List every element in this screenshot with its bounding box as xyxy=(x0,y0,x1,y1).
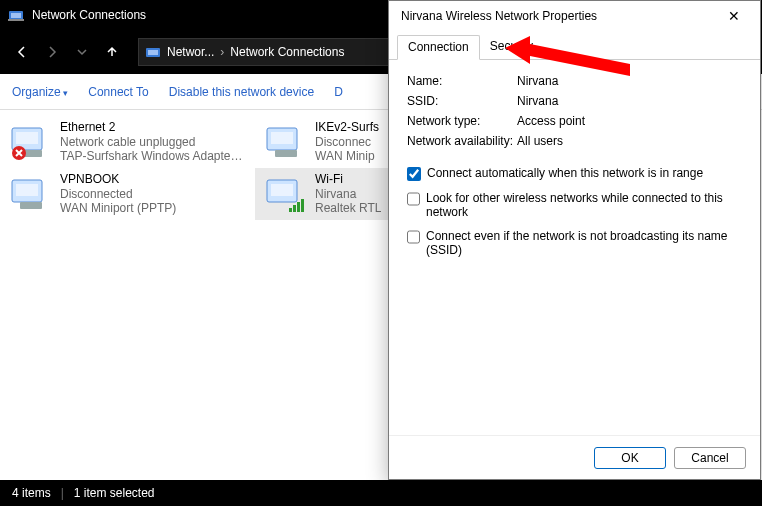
adapter-icon xyxy=(10,172,52,214)
option-auto-connect[interactable]: Connect automatically when this network … xyxy=(407,166,742,181)
svg-rect-1 xyxy=(11,13,21,18)
connection-device: TAP-Surfshark Windows Adapter V9 xyxy=(60,149,245,164)
svg-rect-20 xyxy=(301,199,304,212)
connection-status: Network cable unplugged xyxy=(60,135,245,150)
tab-connection[interactable]: Connection xyxy=(397,35,480,60)
disable-device-button[interactable]: Disable this network device xyxy=(169,85,314,99)
svg-rect-2 xyxy=(8,19,24,21)
ok-button[interactable]: OK xyxy=(594,447,666,469)
dialog-titlebar: Nirvana Wireless Network Properties ✕ xyxy=(389,1,760,31)
connection-device: WAN Minip xyxy=(315,149,379,164)
dialog-buttons: OK Cancel xyxy=(389,435,760,479)
svg-rect-16 xyxy=(271,184,293,196)
wifi-properties-dialog: Nirvana Wireless Network Properties ✕ Co… xyxy=(388,0,761,480)
nav-recent-button[interactable] xyxy=(68,38,96,66)
connection-name: Ethernet 2 xyxy=(60,120,245,135)
checkbox-look-for-networks[interactable] xyxy=(407,192,420,206)
svg-rect-4 xyxy=(148,50,158,55)
dialog-title: Nirvana Wireless Network Properties xyxy=(401,9,718,23)
breadcrumb-root[interactable]: Networ... xyxy=(167,45,214,59)
organize-menu[interactable]: Organize xyxy=(12,85,68,99)
connection-device: Realtek RTL xyxy=(315,201,381,216)
svg-rect-17 xyxy=(289,208,292,212)
connection-status: Disconnec xyxy=(315,135,379,150)
cancel-button[interactable]: Cancel xyxy=(674,447,746,469)
value-availability: All users xyxy=(517,134,563,148)
connection-status: Disconnected xyxy=(60,187,176,202)
connection-item[interactable]: Ethernet 2Network cable unpluggedTAP-Sur… xyxy=(0,116,255,168)
statusbar: 4 items | 1 item selected xyxy=(0,480,762,506)
connect-to-button[interactable]: Connect To xyxy=(88,85,149,99)
connection-name: Wi-Fi xyxy=(315,172,381,187)
diagnose-button[interactable]: D xyxy=(334,85,343,99)
adapter-icon xyxy=(265,120,307,162)
label-name: Name: xyxy=(407,74,517,88)
svg-rect-14 xyxy=(20,202,42,209)
option-look-for-networks[interactable]: Look for other wireless networks while c… xyxy=(407,191,742,219)
svg-rect-6 xyxy=(16,132,38,144)
status-items: 4 items xyxy=(12,486,51,500)
nav-up-button[interactable] xyxy=(98,38,126,66)
nav-forward-button[interactable] xyxy=(38,38,66,66)
label-ssid: SSID: xyxy=(407,94,517,108)
close-button[interactable]: ✕ xyxy=(718,2,750,30)
breadcrumb-icon xyxy=(145,44,161,60)
nav-back-button[interactable] xyxy=(8,38,36,66)
svg-rect-11 xyxy=(275,150,297,157)
option-connect-hidden[interactable]: Connect even if the network is not broad… xyxy=(407,229,742,257)
connection-name: IKEv2-Surfs xyxy=(315,120,379,135)
window-title: Network Connections xyxy=(32,8,146,22)
status-selected: 1 item selected xyxy=(74,486,155,500)
value-name: Nirvana xyxy=(517,74,558,88)
chevron-right-icon: › xyxy=(220,45,224,59)
svg-rect-18 xyxy=(293,205,296,212)
breadcrumb-current[interactable]: Network Connections xyxy=(230,45,344,59)
label-network-type: Network type: xyxy=(407,114,517,128)
value-network-type: Access point xyxy=(517,114,585,128)
svg-rect-19 xyxy=(297,202,300,212)
connection-device: WAN Miniport (PPTP) xyxy=(60,201,176,216)
connection-item[interactable]: VPNBOOKDisconnectedWAN Miniport (PPTP) xyxy=(0,168,255,220)
svg-rect-13 xyxy=(16,184,38,196)
connection-status: Nirvana xyxy=(315,187,381,202)
value-ssid: Nirvana xyxy=(517,94,558,108)
label-availability: Network availability: xyxy=(407,134,517,148)
adapter-icon xyxy=(10,120,52,162)
svg-rect-10 xyxy=(271,132,293,144)
checkbox-connect-hidden[interactable] xyxy=(407,230,420,244)
network-connections-icon xyxy=(8,7,24,23)
tab-security[interactable]: Security xyxy=(480,35,543,59)
checkbox-auto-connect[interactable] xyxy=(407,167,421,181)
dialog-tabs: Connection Security xyxy=(389,35,760,60)
adapter-icon xyxy=(265,172,307,214)
dialog-body: Name:Nirvana SSID:Nirvana Network type:A… xyxy=(389,60,760,435)
connection-name: VPNBOOK xyxy=(60,172,176,187)
